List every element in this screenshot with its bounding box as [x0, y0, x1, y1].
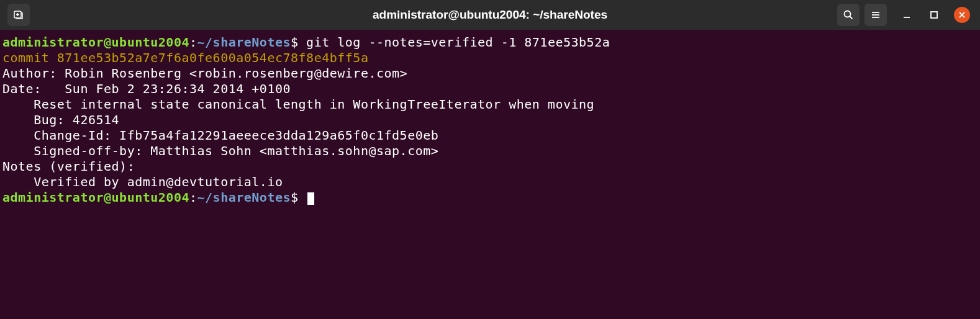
titlebar: administrator@ubuntu2004: ~/shareNotes	[0, 0, 980, 30]
prompt-path: ~/shareNotes	[197, 190, 291, 205]
close-icon	[958, 11, 966, 19]
output-date: Date: Sun Feb 2 23:26:34 2014 +0100	[2, 81, 978, 97]
command-line-2: administrator@ubuntu2004:~/shareNotes$	[2, 190, 978, 205]
search-icon	[843, 9, 854, 20]
output-changeid: Change-Id: Ifb75a4fa12291aeeece3dda129a6…	[2, 128, 978, 143]
window-title: administrator@ubuntu2004: ~/shareNotes	[373, 8, 607, 22]
minimize-icon	[902, 11, 911, 19]
svg-line-4	[850, 17, 853, 19]
output-author: Author: Robin Rosenberg <robin.rosenberg…	[2, 66, 978, 81]
search-button[interactable]	[837, 4, 860, 26]
svg-rect-9	[931, 12, 937, 18]
window-controls	[899, 7, 970, 23]
titlebar-right	[837, 4, 975, 26]
entered-command: git log --notes=verified -1 871ee53b52a	[299, 35, 610, 50]
prompt-colon: :	[189, 190, 197, 205]
output-msg: Reset internal state canonical length in…	[2, 97, 978, 112]
svg-point-3	[845, 11, 851, 17]
new-tab-button[interactable]	[7, 4, 30, 26]
output-notes-content: Verified by admin@devtutorial.io	[2, 174, 978, 190]
prompt-user: administrator@ubuntu2004	[2, 190, 189, 205]
output-notes-header: Notes (verified):	[2, 159, 978, 174]
maximize-button[interactable]	[927, 7, 941, 22]
prompt-dollar: $	[291, 35, 299, 50]
prompt-dollar: $	[291, 190, 299, 205]
prompt-user: administrator@ubuntu2004	[2, 35, 189, 50]
minimize-button[interactable]	[899, 7, 914, 22]
close-button[interactable]	[954, 7, 970, 23]
cursor	[307, 192, 314, 205]
command-line-1: administrator@ubuntu2004:~/shareNotes$ g…	[2, 35, 978, 50]
prompt-path: ~/shareNotes	[197, 35, 291, 50]
output-commit: commit 871ee53b52a7e7f6a0fe600a054ec78f8…	[2, 50, 978, 66]
output-signedoff: Signed-off-by: Matthias Sohn <matthias.s…	[2, 143, 978, 159]
maximize-icon	[930, 11, 938, 19]
new-tab-icon	[13, 9, 24, 20]
prompt-colon: :	[189, 35, 197, 50]
hamburger-icon	[870, 9, 881, 20]
menu-button[interactable]	[864, 4, 887, 26]
terminal-content[interactable]: administrator@ubuntu2004:~/shareNotes$ g…	[0, 30, 980, 210]
output-bug: Bug: 426514	[2, 112, 978, 128]
titlebar-left	[5, 4, 30, 26]
